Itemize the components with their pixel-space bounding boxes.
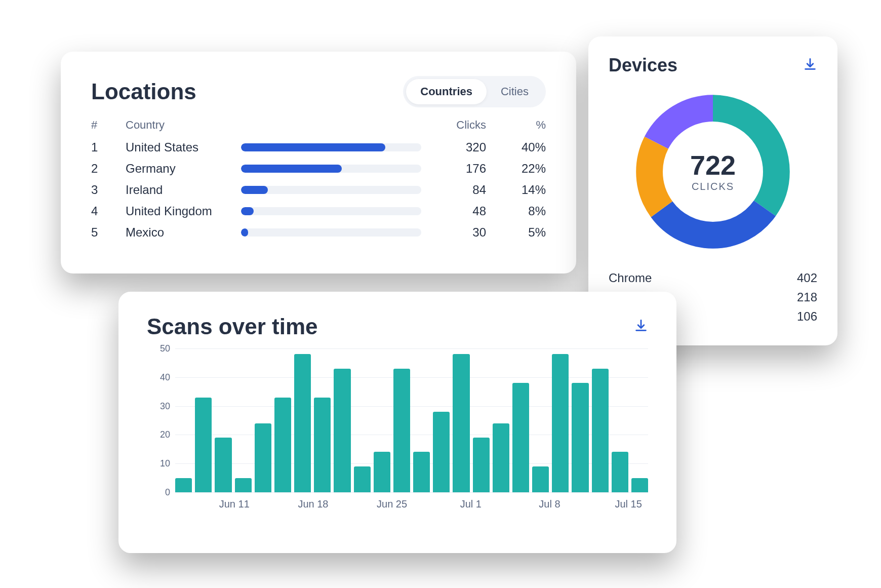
bar — [473, 438, 490, 492]
tab-countries[interactable]: Countries — [406, 79, 487, 104]
devices-total-label: CLICKS — [692, 181, 734, 192]
bar — [334, 369, 350, 492]
table-row: 4United Kingdom488% — [91, 201, 546, 222]
devices-total: 722 — [690, 151, 736, 179]
country: Ireland — [126, 183, 237, 197]
locations-card: Locations Countries Cities # Country Cli… — [61, 52, 576, 273]
rank: 4 — [91, 204, 122, 218]
scans-card: Scans over time 01020304050 Jun 11Jun 18… — [118, 292, 676, 553]
x-tick: Jul 15 — [615, 498, 642, 510]
x-tick: Jul 8 — [539, 498, 560, 510]
y-tick: 50 — [147, 343, 170, 354]
rank: 1 — [91, 140, 122, 154]
tab-cities[interactable]: Cities — [487, 79, 543, 104]
bar — [592, 369, 609, 492]
bar-fill — [241, 165, 342, 173]
bar — [274, 398, 291, 492]
bar — [532, 466, 549, 492]
percent: 5% — [490, 225, 546, 240]
x-tick: Jun 18 — [298, 498, 328, 510]
rank: 2 — [91, 162, 122, 176]
table-row: 2Germany17622% — [91, 158, 546, 179]
device-value: 402 — [797, 271, 817, 285]
bar-track — [241, 143, 421, 151]
bar-track — [241, 207, 421, 215]
y-tick: 10 — [147, 458, 170, 469]
bar — [493, 423, 509, 492]
y-tick: 20 — [147, 429, 170, 440]
download-icon[interactable] — [634, 319, 648, 335]
bar — [433, 412, 450, 492]
devices-donut: 722 CLICKS — [629, 88, 796, 255]
bar-fill — [241, 207, 254, 215]
percent: 22% — [490, 162, 546, 176]
locations-title: Locations — [91, 79, 196, 104]
clicks: 30 — [425, 225, 486, 240]
rank: 3 — [91, 183, 122, 197]
bar — [612, 452, 628, 492]
bar-track — [241, 186, 421, 194]
bar — [294, 354, 311, 492]
device-name: Chrome — [609, 271, 652, 285]
country: Germany — [126, 162, 237, 176]
x-tick: Jul 1 — [460, 498, 482, 510]
device-value: 218 — [797, 290, 817, 304]
table-row: 3Ireland8414% — [91, 179, 546, 201]
bar — [631, 478, 648, 492]
bar-fill — [241, 143, 385, 151]
bar — [374, 452, 390, 492]
bar — [235, 478, 252, 492]
col-rank: # — [91, 119, 122, 132]
bar — [354, 466, 371, 492]
percent: 8% — [490, 204, 546, 218]
bar — [413, 452, 430, 492]
country: Mexico — [126, 225, 237, 240]
device-value: 106 — [797, 309, 817, 324]
bar — [255, 423, 271, 492]
bar-fill — [241, 186, 268, 194]
bar — [195, 398, 212, 492]
bar — [453, 354, 469, 492]
x-tick: Jun 25 — [377, 498, 407, 510]
percent: 14% — [490, 183, 546, 197]
y-tick: 40 — [147, 372, 170, 382]
locations-tab-switch: Countries Cities — [403, 76, 546, 107]
x-tick: Jun 11 — [219, 498, 250, 510]
table-row: 1United States32040% — [91, 137, 546, 158]
col-country: Country — [126, 119, 237, 132]
table-row: 5Mexico305% — [91, 222, 546, 243]
bar — [512, 383, 529, 492]
y-tick: 30 — [147, 401, 170, 411]
devices-title: Devices — [609, 55, 677, 76]
col-clicks: Clicks — [425, 119, 486, 132]
scans-bar-chart: 01020304050 Jun 11Jun 18Jun 25Jul 1Jul 8… — [147, 348, 648, 516]
list-item: Chrome402 — [609, 268, 817, 288]
y-tick: 0 — [147, 487, 170, 498]
bar — [552, 354, 569, 492]
bar-track — [241, 228, 421, 237]
country: United States — [126, 140, 237, 154]
clicks: 48 — [425, 204, 486, 218]
bar — [314, 398, 331, 492]
rank: 5 — [91, 225, 122, 240]
locations-table-header: # Country Clicks % — [91, 119, 546, 132]
bar — [572, 383, 588, 492]
clicks: 176 — [425, 162, 486, 176]
bar-track — [241, 165, 421, 173]
bar — [393, 369, 410, 492]
bar-fill — [241, 228, 248, 237]
country: United Kingdom — [126, 204, 237, 218]
clicks: 84 — [425, 183, 486, 197]
scans-title: Scans over time — [147, 314, 318, 339]
download-icon[interactable] — [803, 57, 817, 73]
percent: 40% — [490, 140, 546, 154]
bar — [215, 438, 231, 492]
bar — [175, 478, 192, 492]
clicks: 320 — [425, 140, 486, 154]
col-percent: % — [490, 119, 546, 132]
